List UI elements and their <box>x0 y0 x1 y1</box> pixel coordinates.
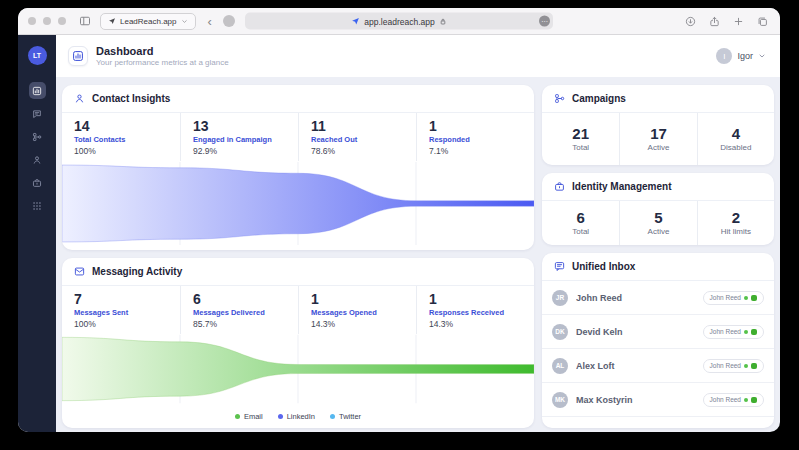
share-icon[interactable] <box>709 16 720 27</box>
person-icon <box>32 155 42 165</box>
person-icon <box>74 93 85 104</box>
card-title: Messaging Activity <box>92 266 182 277</box>
stat-label: Hit limits <box>721 227 751 236</box>
email-dot-icon <box>235 414 240 419</box>
stat-value: 1 <box>311 292 410 307</box>
workspace-avatar[interactable]: LT <box>28 46 47 65</box>
contact-insights-header: Contact Insights <box>62 85 534 113</box>
member-name: Max Kostyrin <box>576 395 703 405</box>
channel-badge[interactable]: John Reed <box>703 393 764 407</box>
stat-messages-delivered: 6 Messages Delivered 85.7% <box>180 286 298 334</box>
member-name: Alex Loft <box>576 361 703 371</box>
stat-label: Messages Delivered <box>193 308 292 317</box>
inbox-row-devid-keln[interactable]: DK Devid Keln John Reed <box>542 315 774 349</box>
linkedin-channel-icon <box>751 295 757 301</box>
tab-favicon-icon <box>108 17 116 25</box>
inbox-row-alex-loft[interactable]: AL Alex Loft John Reed <box>542 349 774 383</box>
identity-header: Identity Management <box>542 173 774 201</box>
stat-value: 6 <box>193 292 292 307</box>
avatar: MK <box>552 392 568 408</box>
page-title: Dashboard <box>96 45 229 57</box>
legend-label: Email <box>244 412 263 421</box>
stat-label: Messages Opened <box>311 308 410 317</box>
stat-label: Active <box>648 227 670 236</box>
stat-label: Total Contacts <box>74 135 174 144</box>
stat-value: 4 <box>732 126 740 141</box>
inbox-row-john-reed[interactable]: JR John Reed John Reed <box>542 281 774 315</box>
browser-tab[interactable]: LeadReach.app <box>100 13 196 30</box>
close-window-button[interactable] <box>28 17 36 25</box>
stat-pct: 100% <box>74 146 174 156</box>
window-controls[interactable] <box>28 17 66 25</box>
back-button[interactable]: ‹ <box>208 15 212 28</box>
badge-label: John Reed <box>710 362 741 369</box>
linkedin-channel-icon <box>751 397 757 403</box>
stat-identity-hit-limits: 2Hit limits <box>697 201 774 245</box>
url-text: app.leadreach.app <box>364 16 434 26</box>
stat-identity-total: 6Total <box>542 201 619 245</box>
stat-campaigns-total: 21Total <box>542 113 619 165</box>
sidebar-item-messages[interactable] <box>29 105 46 122</box>
inbox-row-max-kostyrin[interactable]: MK Max Kostyrin John Reed <box>542 383 774 417</box>
stat-total-contacts: 14 Total Contacts 100% <box>62 113 180 161</box>
stat-campaigns-active: 17Active <box>619 113 696 165</box>
legend-item-twitter[interactable]: Twitter <box>330 412 361 421</box>
workflow-icon <box>554 93 565 104</box>
sidebar-item-apps[interactable] <box>29 197 46 214</box>
stat-engaged: 13 Engaged in Campaign 92.9% <box>180 113 298 161</box>
channel-badge[interactable]: John Reed <box>703 325 764 339</box>
card-title: Identity Management <box>572 181 671 192</box>
stat-label: Engaged in Campaign <box>193 135 292 144</box>
stat-pct: 85.7% <box>193 319 292 329</box>
legend-item-email[interactable]: Email <box>235 412 263 421</box>
avatar: DK <box>552 324 568 340</box>
member-name: Devid Keln <box>576 327 703 337</box>
avatar: JR <box>552 290 568 306</box>
campaigns-card: Campaigns 21Total 17Active 4Disabled <box>542 85 774 165</box>
status-dot-icon <box>744 296 748 300</box>
legend-item-linkedin[interactable]: LinkedIn <box>278 412 315 421</box>
page-header: Dashboard Your performance metrics at a … <box>56 35 780 77</box>
app-shell: LT Dashboard Your performance metrics at… <box>18 35 780 432</box>
extension-icon[interactable] <box>223 15 235 27</box>
stat-value: 14 <box>74 119 174 134</box>
sidebar-item-campaigns[interactable] <box>29 128 46 145</box>
stat-label: Responses Received <box>429 308 528 317</box>
new-tab-icon[interactable] <box>733 16 744 27</box>
stat-pct: 14.3% <box>311 319 410 329</box>
tab-overview-icon[interactable] <box>757 16 768 27</box>
stat-pct: 100% <box>74 319 174 329</box>
messaging-activity-card: Messaging Activity 7 Messages Sent 100% … <box>62 258 534 428</box>
briefcase-icon <box>32 178 42 188</box>
campaigns-header: Campaigns <box>542 85 774 113</box>
address-bar[interactable]: app.leadreach.app ⋯ <box>245 13 553 30</box>
chart-legend: Email LinkedIn Twitter <box>62 408 534 424</box>
lock-icon <box>439 17 447 25</box>
sidebar-item-identity[interactable] <box>29 174 46 191</box>
downloads-icon[interactable] <box>685 16 696 27</box>
user-menu[interactable]: I Igor <box>716 48 766 64</box>
status-dot-icon <box>744 330 748 334</box>
stat-label: Responded <box>429 135 528 144</box>
channel-badge[interactable]: John Reed <box>703 291 764 305</box>
more-options-icon[interactable]: ⋯ <box>539 16 550 27</box>
user-name: Igor <box>737 51 753 61</box>
briefcase-icon <box>554 181 565 192</box>
minimize-window-button[interactable] <box>43 17 51 25</box>
channel-badge[interactable]: John Reed <box>703 359 764 373</box>
stat-value: 2 <box>732 210 740 225</box>
sidebar-toggle-icon[interactable] <box>79 15 91 27</box>
stat-pct: 7.1% <box>429 146 528 156</box>
zoom-window-button[interactable] <box>58 17 66 25</box>
card-title: Campaigns <box>572 93 626 104</box>
sidebar-item-dashboard[interactable] <box>29 82 46 99</box>
dashboard-icon <box>32 86 42 96</box>
stat-value: 13 <box>193 119 292 134</box>
stat-value: 11 <box>311 119 410 134</box>
tab-label: LeadReach.app <box>120 17 177 26</box>
sidebar-item-contacts[interactable] <box>29 151 46 168</box>
stat-pct: 78.6% <box>311 146 410 156</box>
stat-campaigns-disabled: 4Disabled <box>697 113 774 165</box>
stat-value: 7 <box>74 292 174 307</box>
stat-label: Total <box>572 227 589 236</box>
